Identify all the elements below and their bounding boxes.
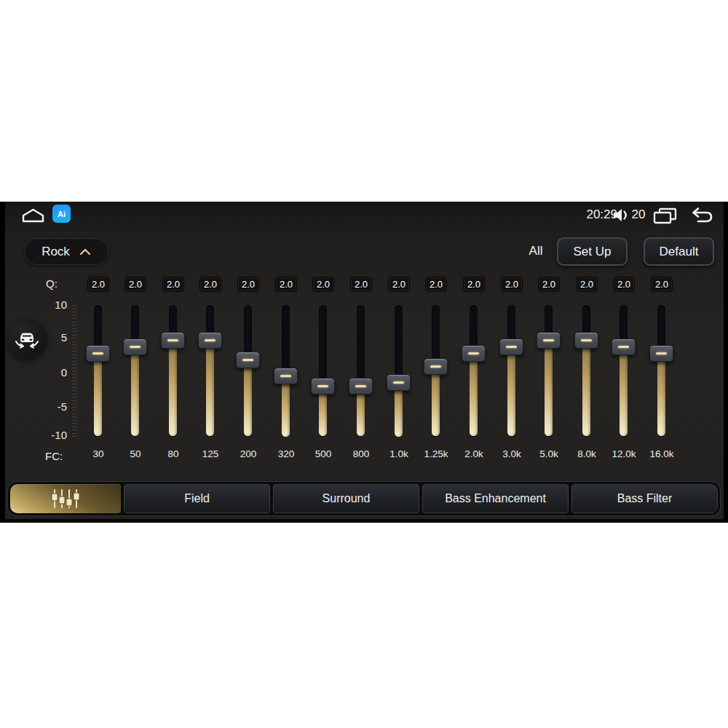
q-value-chip[interactable]: 2.0 [463, 277, 485, 292]
slider-fill [470, 353, 478, 436]
axis-tick [72, 315, 77, 316]
axis-tick [72, 357, 77, 358]
back-icon[interactable] [687, 206, 715, 225]
home-button[interactable] [20, 207, 46, 223]
slider-thumb[interactable] [387, 374, 411, 391]
slider-fill [432, 366, 440, 436]
q-value-chip[interactable]: 2.0 [124, 277, 146, 292]
axis-tick [72, 397, 77, 397]
q-caption: Q: [46, 277, 58, 290]
axis-tick [72, 331, 77, 332]
car-360-button[interactable] [7, 318, 47, 359]
axis-tick [72, 318, 77, 319]
axis-tick [72, 322, 77, 323]
thumb-grip-line [656, 352, 667, 355]
slider-thumb[interactable] [612, 339, 636, 355]
eq-band-125: 2.0125 [191, 277, 229, 466]
axis-tick [72, 414, 77, 414]
q-value-chip[interactable]: 2.0 [425, 277, 447, 292]
all-toggle[interactable]: All [521, 244, 550, 258]
axis-tick [72, 377, 77, 378]
fc-caption: FC: [45, 450, 63, 462]
axis-tick [72, 309, 77, 309]
ai-icon-label: Ai [58, 210, 66, 218]
eq-band-2.0k: 2.02.0k [455, 277, 493, 466]
slider-fill [244, 360, 252, 436]
eq-band-8.0k: 2.08.0k [568, 277, 606, 466]
default-button[interactable]: Default [644, 237, 714, 266]
slider-thumb[interactable] [574, 332, 598, 349]
axis-tick [72, 344, 77, 345]
slider-thumb[interactable] [649, 345, 673, 362]
slider-fill [282, 376, 290, 437]
slider-thumb[interactable] [86, 345, 110, 362]
tab-bass-filter[interactable]: Bass Filter [571, 484, 718, 513]
eq-band-30: 2.030 [79, 277, 117, 466]
slider-thumb[interactable] [123, 339, 147, 355]
ai-app-icon[interactable]: Ai [52, 205, 71, 223]
slider-thumb[interactable] [311, 378, 335, 395]
tab-field[interactable]: Field [124, 484, 270, 513]
eq-band-3.0k: 2.03.0k [493, 277, 531, 466]
axis-tick [72, 335, 77, 336]
equalizer-icon [47, 488, 84, 510]
eq-band-5.0k: 2.05.0k [530, 277, 568, 466]
slider-thumb[interactable] [349, 378, 373, 395]
slider-fill [206, 340, 214, 436]
bezel [0, 202, 5, 523]
axis-tick [72, 420, 77, 421]
volume-level: 20 [629, 207, 648, 222]
q-value-chip[interactable]: 2.0 [388, 277, 410, 292]
axis-tick [72, 430, 77, 430]
slider-thumb[interactable] [236, 352, 260, 368]
slider-thumb[interactable] [424, 358, 448, 375]
axis-tick [72, 338, 77, 339]
q-value-chip[interactable]: 2.0 [576, 277, 598, 292]
tab-bass-enhancement[interactable]: Bass Enhancement [422, 484, 569, 513]
q-value-chip[interactable]: 2.0 [538, 277, 560, 292]
q-value-chip[interactable]: 2.0 [87, 277, 109, 292]
bezel [724, 202, 728, 523]
axis-label-0: 0 [32, 366, 67, 379]
preset-dropdown[interactable]: Rock [24, 238, 108, 265]
thumb-grip-line [205, 339, 215, 341]
q-value-chip[interactable]: 2.0 [275, 277, 297, 292]
q-value-chip[interactable]: 2.0 [501, 277, 523, 292]
slider-fill [507, 347, 515, 436]
recent-apps-icon[interactable] [652, 207, 678, 224]
thumb-grip-line [543, 339, 554, 341]
axis-tick [72, 427, 77, 427]
eq-band-320: 2.0320 [267, 277, 305, 466]
slider-thumb[interactable] [161, 332, 185, 349]
slider-thumb[interactable] [274, 368, 298, 384]
home-icon [20, 207, 46, 223]
eq-band-16.0k: 2.016.0k [643, 277, 681, 466]
slider-fill [131, 347, 139, 436]
q-value-chip[interactable]: 2.0 [613, 277, 635, 292]
q-value-chip[interactable]: 2.0 [350, 277, 372, 292]
thumb-grip-line [618, 346, 629, 348]
axis-tick [72, 348, 77, 349]
q-value-chip[interactable]: 2.0 [199, 277, 221, 292]
slider-fill [94, 353, 102, 436]
slider-thumb[interactable] [499, 339, 523, 355]
slider-thumb[interactable] [537, 332, 561, 349]
volume-icon[interactable] [612, 207, 630, 223]
set-up-button[interactable]: Set Up [557, 237, 628, 266]
slider-thumb[interactable] [198, 332, 222, 349]
axis-tick [72, 368, 77, 368]
axis-tick [72, 351, 77, 352]
q-value-chip[interactable]: 2.0 [237, 277, 259, 292]
tab-surround[interactable]: Surround [273, 484, 419, 513]
thumb-grip-line [468, 352, 479, 355]
bezel [0, 519, 728, 523]
thumb-grip-line [167, 339, 178, 341]
thumb-grip-line [506, 346, 517, 348]
q-value-chip[interactable]: 2.0 [651, 277, 673, 292]
axis-tick [72, 403, 77, 404]
slider-thumb[interactable] [462, 345, 486, 362]
tab-equalizer[interactable] [10, 484, 121, 513]
q-value-chip[interactable]: 2.0 [312, 277, 334, 292]
eq-band-1.25k: 2.01.25k [417, 277, 455, 466]
q-value-chip[interactable]: 2.0 [162, 277, 184, 292]
